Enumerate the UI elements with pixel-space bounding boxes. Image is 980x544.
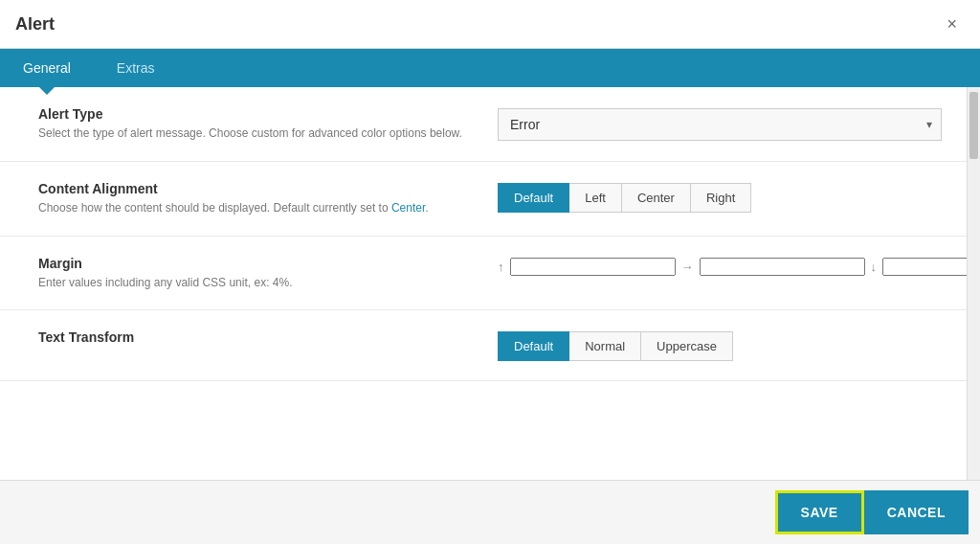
modal: Alert × General Extras Alert Type Select…: [0, 0, 980, 544]
margin-top-input[interactable]: [510, 258, 676, 276]
scrollbar-thumb: [969, 92, 978, 159]
scrollbar[interactable]: [967, 87, 980, 480]
modal-header: Alert ×: [0, 0, 980, 49]
content-alignment-section: Content Alignment Choose how the content…: [0, 162, 980, 237]
tab-extras[interactable]: Extras: [94, 49, 178, 87]
margin-right-input[interactable]: [700, 258, 865, 276]
content-alignment-heading: Content Alignment: [38, 181, 479, 196]
alert-type-description: Select the type of alert message. Choose…: [38, 125, 479, 142]
transform-normal-button[interactable]: Normal: [568, 331, 641, 361]
save-button[interactable]: SAVE: [775, 490, 864, 534]
cancel-button[interactable]: CANCEL: [864, 490, 969, 534]
text-transform-button-group: Default Normal Uppercase: [498, 331, 733, 361]
margin-down-icon: ↓: [871, 260, 878, 274]
margin-up-icon: ↑: [498, 260, 504, 274]
margin-section: Margin Enter values including any valid …: [0, 237, 980, 311]
modal-title: Alert: [15, 14, 55, 34]
alignment-left-button[interactable]: Left: [568, 183, 622, 213]
margin-heading: Margin: [38, 256, 479, 271]
text-transform-section: Text Transform Default Normal Uppercase: [0, 310, 980, 381]
close-button[interactable]: ×: [939, 11, 965, 36]
content-alignment-description: Choose how the content should be display…: [38, 200, 479, 216]
alert-type-heading: Alert Type: [38, 106, 479, 122]
transform-default-button[interactable]: Default: [498, 331, 569, 361]
alert-type-select[interactable]: Error Warning Info Success Custom: [498, 108, 942, 141]
alert-type-section: Alert Type Select the type of alert mess…: [0, 87, 980, 162]
tabs-bar: General Extras: [0, 49, 980, 87]
transform-uppercase-button[interactable]: Uppercase: [640, 331, 733, 361]
alignment-default-button[interactable]: Default: [498, 183, 569, 213]
alignment-center-button[interactable]: Center: [621, 183, 691, 213]
margin-inputs-group: ↑ → ↓ ←: [498, 258, 980, 276]
margin-description: Enter values including any valid CSS uni…: [38, 275, 479, 291]
alignment-button-group: Default Left Center Right: [498, 183, 751, 213]
tab-general[interactable]: General: [0, 49, 94, 87]
alert-type-select-wrapper: Error Warning Info Success Custom ▾: [498, 108, 942, 141]
margin-bottom-input[interactable]: [882, 258, 980, 276]
text-transform-heading: Text Transform: [38, 329, 479, 345]
center-link[interactable]: Center: [391, 201, 425, 215]
modal-footer: SAVE CANCEL: [0, 480, 980, 544]
margin-right-icon: →: [681, 260, 694, 274]
alignment-right-button[interactable]: Right: [690, 183, 751, 213]
modal-body: Alert Type Select the type of alert mess…: [0, 87, 980, 480]
